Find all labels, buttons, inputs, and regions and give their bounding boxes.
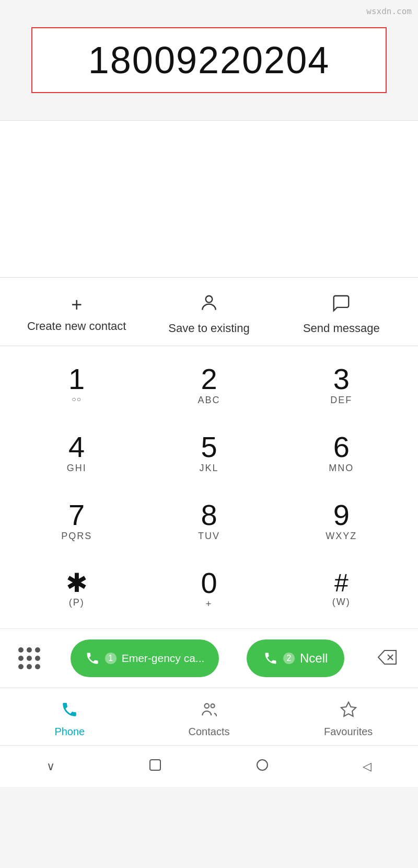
- dial-letters-1: ○○: [72, 395, 82, 406]
- square-icon: [148, 758, 162, 772]
- dial-key-1[interactable]: 1 ○○: [25, 351, 129, 419]
- dial-key-hash[interactable]: # (W): [289, 555, 393, 623]
- dot: [18, 664, 24, 669]
- dial-letters-7: PQRS: [61, 531, 92, 542]
- svg-point-4: [211, 704, 215, 707]
- dial-letters-8: TUV: [198, 531, 220, 542]
- send-message-action[interactable]: Send message: [289, 293, 393, 335]
- dialpad-row-2: 4 GHI 5 JKL 6 MNO: [10, 419, 408, 487]
- chat-icon: [331, 293, 351, 316]
- nav-item-favourites[interactable]: Favourites: [296, 701, 401, 738]
- dial-key-6[interactable]: 6 MNO: [289, 419, 393, 487]
- dial-number-0: 0: [201, 568, 217, 598]
- plus-icon: +: [71, 295, 82, 314]
- dial-number-7: 7: [68, 500, 85, 530]
- circle-icon: [255, 758, 270, 772]
- svg-marker-5: [341, 702, 355, 716]
- svg-rect-6: [150, 760, 160, 770]
- dial-number-6: 6: [333, 432, 350, 462]
- dot: [27, 664, 32, 669]
- dial-letters-2: ABC: [198, 395, 220, 406]
- dial-number-star: ✱: [66, 570, 88, 596]
- dial-number-4: 4: [68, 432, 85, 462]
- dial-key-9[interactable]: 9 WXYZ: [289, 487, 393, 555]
- contacts-nav-icon: [200, 701, 218, 723]
- dial-key-2[interactable]: 2 ABC: [157, 351, 261, 419]
- dial-key-star[interactable]: ✱ (P): [25, 555, 129, 623]
- favourites-nav-icon: [340, 701, 357, 723]
- phone-nav-label: Phone: [54, 726, 85, 738]
- svg-point-3: [204, 704, 209, 709]
- dial-number-8: 8: [201, 500, 217, 530]
- dial-key-3[interactable]: 3 DEF: [289, 351, 393, 419]
- dial-letters-hash: (W): [332, 597, 351, 608]
- backspace-button[interactable]: [372, 644, 402, 672]
- dial-letters-0: +: [206, 599, 213, 610]
- dial-number-2: 2: [201, 364, 217, 394]
- dot: [27, 656, 32, 661]
- dot: [35, 647, 40, 653]
- ncell-label: Ncell: [300, 651, 328, 666]
- nav-square-button[interactable]: [143, 752, 168, 781]
- call-row: 1 Emer-gency ca... 2 Ncell: [0, 629, 418, 688]
- action-row: + Create new contact Save to existing Se…: [0, 278, 418, 346]
- dial-number-5: 5: [201, 432, 217, 462]
- emergency-call-label: Emer-gency ca...: [122, 652, 205, 665]
- nav-home-button[interactable]: [250, 752, 275, 781]
- nav-item-contacts[interactable]: Contacts: [157, 701, 261, 738]
- save-existing-label: Save to existing: [168, 322, 249, 335]
- nav-down-button[interactable]: ∨: [41, 755, 60, 779]
- dot: [18, 656, 24, 661]
- dial-number-3: 3: [333, 364, 350, 394]
- dot: [35, 664, 40, 669]
- favourites-nav-label: Favourites: [324, 726, 373, 738]
- save-existing-action[interactable]: Save to existing: [157, 293, 261, 335]
- dial-letters-5: JKL: [199, 463, 218, 474]
- dial-number-9: 9: [333, 500, 350, 530]
- svg-point-7: [257, 760, 268, 770]
- dot: [27, 647, 32, 653]
- dial-number-hash: #: [334, 570, 349, 596]
- contacts-nav-label: Contacts: [189, 726, 230, 738]
- phone-number: 18009220204: [88, 39, 330, 82]
- dialpad-row-1: 1 ○○ 2 ABC 3 DEF: [10, 351, 408, 419]
- dot: [35, 656, 40, 661]
- system-navigation: ∨ ◁: [0, 745, 418, 787]
- dial-letters-4: GHI: [67, 463, 87, 474]
- watermark: wsxdn.com: [366, 6, 412, 16]
- backspace-icon: [377, 649, 397, 665]
- dial-key-0[interactable]: 0 +: [157, 555, 261, 623]
- svg-point-0: [206, 296, 213, 303]
- dialpad-row-4: ✱ (P) 0 + # (W): [10, 555, 408, 623]
- dial-letters-3: DEF: [330, 395, 352, 406]
- nav-back-button[interactable]: ◁: [357, 755, 377, 779]
- phone-nav-icon: [61, 701, 78, 723]
- dial-key-5[interactable]: 5 JKL: [157, 419, 261, 487]
- call-badge-2: 2: [283, 653, 295, 664]
- empty-space: [0, 120, 418, 277]
- bottom-navigation: Phone Contacts Favourites: [0, 688, 418, 745]
- ncell-call-button[interactable]: 2 Ncell: [247, 639, 344, 677]
- dial-key-7[interactable]: 7 PQRS: [25, 487, 129, 555]
- phone-icon: [85, 651, 100, 666]
- create-contact-label: Create new contact: [27, 319, 126, 333]
- person-icon: [199, 293, 219, 316]
- call-badge-1: 1: [105, 653, 117, 664]
- nav-item-phone[interactable]: Phone: [17, 701, 122, 738]
- dial-key-8[interactable]: 8 TUV: [157, 487, 261, 555]
- dial-letters-9: WXYZ: [326, 531, 357, 542]
- create-contact-action[interactable]: + Create new contact: [25, 295, 129, 333]
- dial-key-4[interactable]: 4 GHI: [25, 419, 129, 487]
- phone-display-area: 18009220204: [0, 0, 418, 120]
- emergency-call-button[interactable]: 1 Emer-gency ca...: [71, 639, 219, 677]
- keypad-toggle-button[interactable]: [16, 645, 43, 672]
- dialpad-row-3: 7 PQRS 8 TUV 9 WXYZ: [10, 487, 408, 555]
- phone-number-box: 18009220204: [31, 27, 387, 93]
- send-message-label: Send message: [303, 322, 380, 335]
- dot: [18, 647, 24, 653]
- dial-letters-star: (P): [69, 597, 85, 609]
- dial-number-1: 1: [68, 364, 85, 394]
- dialpad: 1 ○○ 2 ABC 3 DEF 4 GHI 5 JKL 6 MNO 7 PQR…: [0, 346, 418, 629]
- dial-letters-6: MNO: [329, 463, 354, 474]
- phone-icon-2: [263, 651, 278, 666]
